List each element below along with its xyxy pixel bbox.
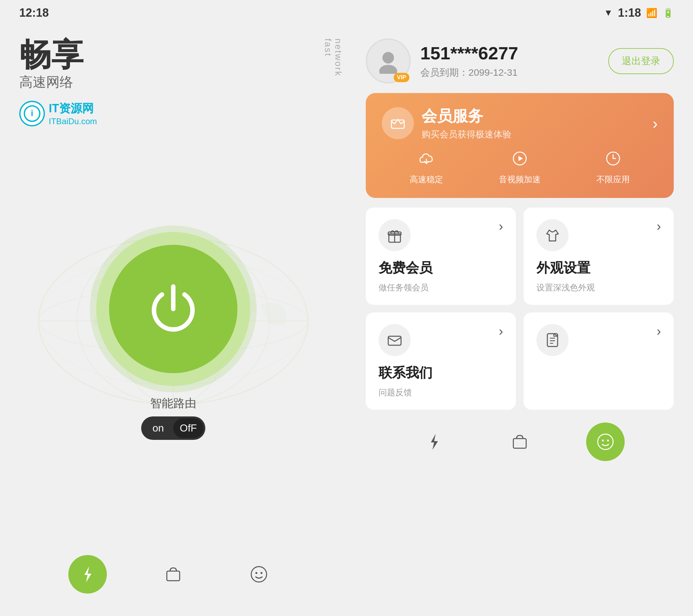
power-label: 智能路由 (150, 396, 196, 411)
svg-rect-23 (388, 336, 401, 345)
main-container: 畅享 fast network 高速网络 i IT资源网 ITBaiDu.com (0, 26, 693, 616)
doc-icon (536, 324, 569, 356)
vip-features: 高速稳定 音视频加速 (382, 150, 658, 185)
card-appearance[interactable]: › 外观设置 设置深浅色外观 (523, 207, 674, 305)
toggle-on-label[interactable]: on (143, 418, 173, 438)
feature-speed-label: 高速稳定 (410, 174, 443, 185)
power-section: 智能路由 on OfF (19, 126, 327, 545)
svg-point-32 (607, 440, 609, 441)
tshirt-icon (536, 219, 569, 251)
svg-marker-28 (431, 434, 438, 450)
avatar-icon (375, 48, 401, 74)
bolt-icon (78, 565, 97, 584)
left-panel: 畅享 fast network 高速网络 i IT资源网 ITBaiDu.com (0, 26, 346, 616)
card-contact-arrow: › (499, 324, 503, 338)
svg-point-31 (602, 440, 604, 441)
status-time-left: 12:18 (19, 6, 49, 20)
logo-icon: i (22, 104, 42, 123)
shop-icon-right (510, 432, 529, 452)
vip-card[interactable]: 会员服务 购买会员获得极速体验 › 高速稳定 (366, 93, 674, 198)
vip-title-group: 会员服务 购买会员获得极速体验 (421, 106, 645, 141)
battery-icon: 🔋 (662, 8, 674, 18)
feature-media-label: 音视频加速 (499, 174, 541, 185)
watermark-brand: IT资源网 (49, 101, 97, 117)
vip-feature-unlimited: 不限应用 (596, 150, 630, 185)
watermark-site: ITBaiDu.com (49, 117, 97, 126)
card-free-vip-title: 免费会员 (379, 259, 503, 277)
clock-icon (605, 150, 621, 171)
card-doc-arrow: › (657, 324, 661, 338)
vip-title: 会员服务 (421, 106, 645, 126)
nav-item-power[interactable] (68, 555, 107, 594)
nav-item-shop[interactable] (154, 555, 193, 594)
watermark: i IT资源网 ITBaiDu.com (19, 101, 327, 126)
vip-subtitle: 购买会员获得极速体验 (421, 128, 645, 141)
logout-button[interactable]: 退出登录 (608, 48, 674, 74)
gift-icon (379, 219, 411, 251)
right-panel: VIP 151****6277 会员到期：2099-12-31 退出登录 会员服… (346, 26, 693, 616)
svg-rect-29 (513, 439, 526, 448)
wifi-icon: ▼ (604, 8, 613, 18)
card-free-vip-subtitle: 做任务领会员 (379, 282, 503, 293)
bolt-icon-right (424, 432, 444, 452)
watermark-text: IT资源网 ITBaiDu.com (49, 101, 97, 126)
power-icon (141, 277, 205, 341)
nav-item-profile[interactable] (240, 555, 278, 594)
svg-point-11 (251, 567, 266, 582)
user-section: VIP 151****6277 会员到期：2099-12-31 退出登录 (366, 39, 674, 83)
svg-point-30 (598, 434, 613, 450)
title-sub: 高速网络 (19, 73, 327, 91)
status-bar: 12:18 ▼ 1:18 📶 🔋 (0, 0, 693, 26)
svg-text:i: i (31, 108, 33, 118)
card-free-vip[interactable]: › 免费会员 做任务领会员 (366, 207, 516, 305)
bottom-nav-left (19, 545, 327, 603)
nav-right-shop[interactable] (500, 422, 539, 461)
avatar-container: VIP (366, 39, 411, 83)
svg-marker-9 (84, 566, 92, 582)
card-doc-header: › (536, 324, 661, 356)
user-phone: 151****6277 (420, 43, 599, 63)
power-inner-ring[interactable] (109, 245, 237, 373)
card-contact-subtitle: 问题反馈 (379, 387, 503, 398)
nav-right-bolt[interactable] (415, 422, 453, 461)
card-free-vip-header: › (379, 219, 503, 251)
status-icons-right: ▼ 1:18 📶 🔋 (604, 6, 674, 20)
smiley-icon (249, 565, 269, 584)
card-contact[interactable]: › 联系我们 问题反馈 (366, 313, 516, 410)
toggle-off-label[interactable]: OfF (173, 418, 203, 438)
signal-icon: 📶 (646, 8, 657, 18)
app-title: 畅享 fast network 高速网络 (19, 39, 327, 91)
card-appearance-title: 外观设置 (536, 259, 661, 277)
svg-point-13 (260, 572, 262, 574)
crown-icon (389, 114, 407, 132)
toggle-switch[interactable]: on OfF (141, 416, 205, 440)
svg-point-15 (379, 65, 397, 74)
play-icon (511, 150, 528, 171)
nav-right-profile[interactable] (586, 422, 625, 461)
svg-rect-16 (391, 120, 404, 128)
cloud-icon (418, 150, 435, 171)
title-main: 畅享 (19, 39, 83, 71)
vip-badge: VIP (394, 73, 409, 82)
card-free-vip-arrow: › (499, 219, 503, 234)
svg-point-14 (382, 52, 394, 63)
card-doc[interactable]: › (523, 313, 674, 410)
card-contact-title: 联系我们 (379, 364, 503, 382)
svg-rect-10 (167, 571, 180, 581)
status-time-right: 1:18 (618, 6, 641, 20)
svg-marker-18 (518, 156, 523, 161)
feature-unlimited-label: 不限应用 (596, 174, 630, 185)
vip-card-arrow: › (653, 115, 658, 132)
power-outer-ring[interactable] (96, 232, 250, 386)
vip-feature-speed: 高速稳定 (410, 150, 443, 185)
shop-icon (164, 565, 183, 584)
vip-card-header: 会员服务 购买会员获得极速体验 › (382, 106, 658, 141)
user-expiry: 会员到期：2099-12-31 (420, 66, 599, 79)
vip-service-icon (382, 107, 414, 139)
mail-icon (379, 324, 411, 356)
smiley-icon-right (596, 432, 615, 452)
bottom-nav-right (366, 419, 674, 464)
card-appearance-arrow: › (657, 219, 661, 234)
card-appearance-subtitle: 设置深浅色外观 (536, 282, 661, 293)
watermark-logo: i (19, 101, 45, 126)
